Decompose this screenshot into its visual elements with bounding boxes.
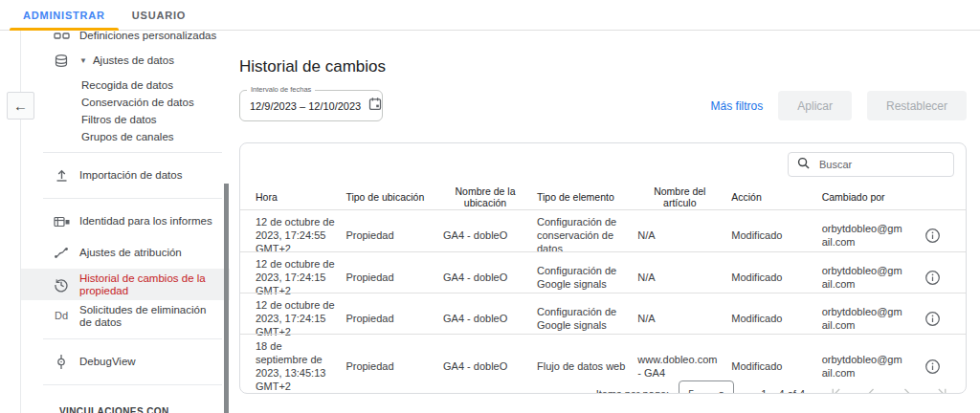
upload-icon [53,168,70,183]
history-icon [53,277,70,293]
next-page-button[interactable] [901,387,913,394]
items-per-page-label: Items per page: [596,388,669,395]
search-box[interactable] [788,152,954,177]
table-row: 12 de octubre de 2023, 17:24:15 GMT+2 Pr… [240,293,966,334]
tab-usuario[interactable]: USUARIO [119,0,199,30]
sidebar-item-label: DebugView [79,356,136,368]
sidebar-divider [43,338,222,339]
table-search-row [240,143,966,182]
sidebar-item-identidad-informes[interactable]: Identidad para los informes [21,206,230,237]
sidebar-item-ajustes-atribucion[interactable]: Ajustes de atribución [21,237,230,269]
info-icon [924,311,941,327]
apply-button[interactable]: Aplicar [778,91,852,120]
sidebar-item-filtros-de-datos[interactable]: Filtros de datos [21,111,230,128]
table-pagination: Items per page: 5 ▼ 1 – 4 of 4 [240,375,966,394]
sidebar-item-label: Identidad para los informes [79,215,212,228]
arrow-left-icon: ← [13,98,28,114]
row-info-button[interactable] [916,311,950,327]
pagination-range: 1 – 4 of 4 [761,388,805,395]
column-header-accion: Acción [731,191,821,203]
items-per-page-select[interactable]: 5 ▼ [679,380,734,394]
sidebar-subitem-label: Conservación de datos [81,97,194,108]
sidebar-item-solicitudes-eliminacion[interactable]: Dd Solicitudes de eliminación de datos [21,300,230,332]
info-icon [924,359,941,375]
database-icon [53,54,70,68]
cell-tipo-ubicacion: Propiedad [345,312,443,325]
column-header-nombre-articulo: Nombre del artículo [637,185,731,208]
attribution-icon [53,246,70,260]
sidebar-item-grupos-de-canales[interactable]: Grupos de canales [21,128,230,145]
date-range-value: 12/9/2023 – 12/10/2023 [250,100,361,112]
chevron-down-icon: ▼ [718,390,724,394]
collapse-sidebar-button[interactable]: ← [7,92,34,120]
column-header-nombre-ubicacion: Nombre de la ubicación [443,185,537,208]
cell-accion: Modificado [731,359,821,373]
column-header-tipo-ubicacion: Tipo de ubicación [345,191,443,203]
reporting-identity-icon [53,215,70,228]
sidebar-item-label: Historial de cambios de la propiedad [79,272,220,297]
left-rail: ← [0,31,21,413]
cell-cambiado-por: orbytdobleo@gmail.com [822,264,916,291]
pagination-buttons [830,387,948,394]
cell-nombre-articulo: N/A [637,228,731,242]
cell-hora: 12 de octubre de 2023, 17:24:15 GMT+2 [256,298,345,338]
cell-nombre-ubicacion: GA4 - dobleO [443,271,537,284]
sidebar-item-label: Ajustes de atribución [79,247,182,259]
search-icon [797,156,810,173]
sidebar-item-recogida-de-datos[interactable]: Recogida de datos [21,76,230,94]
sidebar-item-label: Ajustes de datos [93,54,174,67]
cell-accion: Modificado [731,228,821,242]
row-info-button[interactable] [916,359,950,375]
sidebar-item-historial-de-cambios[interactable]: Historial de cambios de la propiedad [21,269,230,300]
row-info-button[interactable] [916,228,950,244]
row-info-button[interactable] [916,270,950,286]
sidebar-item-label: Importación de datos [79,169,182,182]
tab-administrar-label: ADMINISTRAR [23,10,105,21]
sidebar-item-ajustes-de-datos[interactable]: ▼ Ajustes de datos [21,45,230,76]
cell-tipo-elemento: Configuración de conservación de datos [537,215,637,255]
cell-cambiado-por: orbytdobleo@gmail.com [822,222,916,249]
cell-tipo-ubicacion: Propiedad [345,359,443,373]
tab-administrar[interactable]: ADMINISTRAR [10,0,119,30]
sidebar-divider [43,198,222,199]
table-header-row: Hora Tipo de ubicación Nombre de la ubic… [240,182,966,210]
date-range-label: Intervalo de fechas [247,85,315,94]
sidebar-item-importacion-de-datos[interactable]: Importación de datos [21,160,230,191]
sidebar-item-conservacion-de-datos[interactable]: Conservación de datos [21,94,230,111]
sidebar-item-definiciones-personalizadas[interactable]: Definiciones personalizadas [21,31,230,45]
cell-accion: Modificado [731,271,821,284]
sidebar-item-debugview[interactable]: DebugView [21,346,230,378]
top-tab-bar: ADMINISTRAR USUARIO [0,0,980,31]
items-per-page-value: 5 [688,388,694,395]
cell-tipo-elemento: Flujo de datos web [537,359,637,373]
data-deletion-icon: Dd [53,310,70,322]
cell-tipo-elemento: Configuración de Google signals [537,305,637,332]
sidebar-subitem-label: Filtros de datos [81,114,157,125]
reset-button[interactable]: Restablecer [867,91,967,120]
column-header-tipo-elemento: Tipo de elemento [537,191,637,203]
calendar-icon [368,97,382,115]
info-icon [924,270,941,286]
cell-nombre-ubicacion: GA4 - dobleO [443,228,537,242]
cell-nombre-ubicacion: GA4 - dobleO [443,359,537,373]
cell-tipo-ubicacion: Propiedad [345,271,443,284]
info-icon [924,228,941,244]
cell-nombre-articulo: N/A [637,312,731,325]
last-page-button[interactable] [936,387,948,394]
filter-actions: Más filtros Aplicar Restablecer [711,91,967,120]
previous-page-button[interactable] [865,387,878,394]
more-filters-link[interactable]: Más filtros [711,99,764,113]
sidebar-item-label: Solicitudes de eliminación de datos [79,304,220,329]
sidebar-divider [43,384,222,385]
date-range-field[interactable]: Intervalo de fechas 12/9/2023 – 12/10/20… [239,90,383,121]
content-shell: ← Definiciones personalizadas ▼ Ajustes … [0,31,980,413]
cell-nombre-ubicacion: GA4 - dobleO [443,312,537,325]
admin-sidebar: Definiciones personalizadas ▼ Ajustes de… [21,31,230,413]
column-header-cambiado-por: Cambiado por [822,191,916,203]
change-history-table-card: Hora Tipo de ubicación Nombre de la ubic… [239,142,967,394]
cell-hora: 12 de octubre de 2023, 17:24:15 GMT+2 [256,257,345,297]
search-input[interactable] [817,158,945,171]
cell-cambiado-por: orbytdobleo@gmail.com [822,305,916,332]
sidebar-scrollbar[interactable] [224,184,229,413]
first-page-button[interactable] [830,387,842,394]
